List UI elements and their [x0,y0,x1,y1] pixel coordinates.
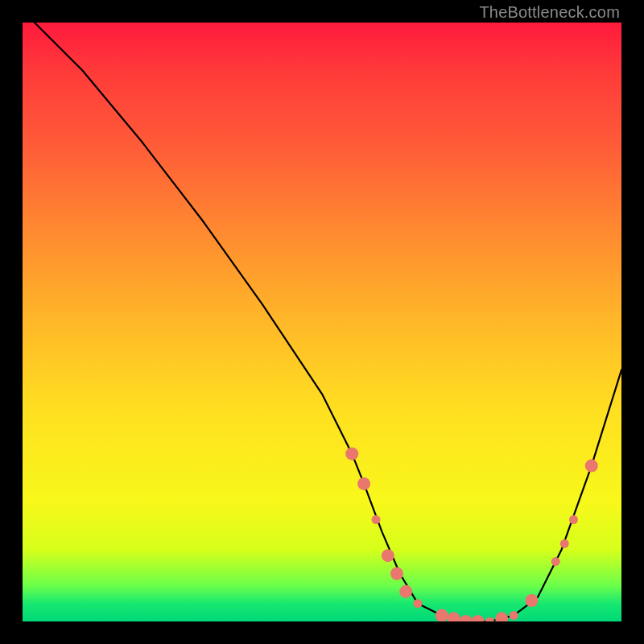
plot-area [23,23,621,621]
curve-marker [471,615,484,621]
curve-marker [345,448,358,460]
chart-svg [23,23,621,621]
curve-marker [357,477,370,490]
bottleneck-curve [35,23,621,621]
curve-marker [436,609,448,621]
curve-marker [414,599,423,608]
curve-marker [510,611,518,620]
curve-marker [485,617,494,622]
curve-marker [460,615,473,621]
curve-marker [585,460,598,473]
attribution-text: TheBottleneck.com [479,3,620,22]
curve-marker [382,549,394,562]
curve-marker [448,612,460,621]
chart-frame: TheBottleneck.com [0,0,644,644]
curve-marker [372,515,381,524]
curve-marker [495,612,508,621]
curve-marker [525,594,538,607]
curve-marker [569,515,578,524]
curve-marker [560,539,569,548]
curve-marker [399,585,412,598]
curve-marker [551,557,560,566]
curve-marker [390,568,403,580]
